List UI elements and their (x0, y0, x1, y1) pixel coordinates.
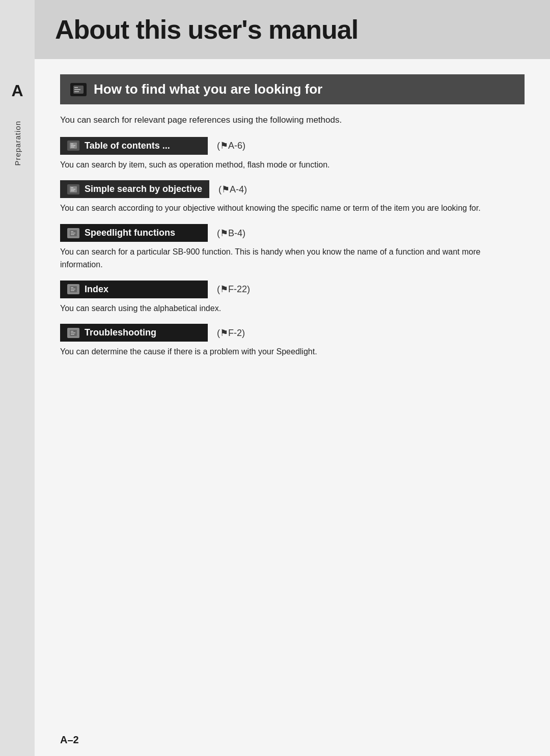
item-page-ref-table-of-contents: (⚑A-6) (217, 140, 245, 151)
page-title: About this user's manual (55, 14, 530, 45)
main-content: About this user's manual How to find wha… (35, 0, 550, 756)
sidebar: A Preparation (0, 0, 35, 756)
svg-rect-22 (71, 332, 75, 333)
item-title-index: Index (85, 284, 108, 295)
svg-rect-10 (71, 189, 75, 190)
svg-rect-1 (74, 87, 78, 88)
item-title-speedlight: Speedlight functions (85, 228, 175, 238)
bookmark-icon (67, 184, 79, 194)
page-title-bar: About this user's manual (35, 0, 550, 59)
list-item: Speedlight functions (⚑B-4) You can sear… (60, 224, 525, 271)
content-area: How to find what you are looking for You… (35, 59, 550, 724)
bookmark-icon (67, 228, 79, 238)
item-label-bar-speedlight: Speedlight functions (60, 224, 208, 242)
svg-rect-18 (71, 289, 75, 290)
item-label-bar-troubleshooting: Troubleshooting (60, 324, 208, 342)
list-item: Index (⚑F-22) You can search using the a… (60, 281, 525, 315)
svg-rect-17 (71, 287, 73, 288)
how-to-find-bar: How to find what you are looking for (60, 74, 525, 104)
svg-rect-9 (71, 187, 73, 188)
svg-rect-2 (74, 89, 80, 90)
svg-rect-6 (71, 145, 75, 146)
item-description-speedlight: You can search for a particular SB-900 f… (60, 246, 525, 271)
item-page-ref-speedlight: (⚑B-4) (217, 228, 245, 239)
svg-rect-19 (71, 290, 74, 291)
item-page-ref-index: (⚑F-22) (217, 284, 250, 295)
sidebar-label: Preparation (13, 121, 22, 166)
item-description-simple-search: You can search according to your objecti… (60, 202, 525, 215)
item-label-bar-index: Index (60, 281, 208, 298)
list-item: Table of contents ... (⚑A-6) You can sea… (60, 137, 525, 172)
intro-text: You can search for relevant page referen… (60, 114, 525, 127)
bookmark-icon (67, 284, 79, 294)
item-title-troubleshooting: Troubleshooting (85, 327, 156, 338)
item-header-row: Speedlight functions (⚑B-4) (60, 224, 525, 242)
item-description-index: You can search using the alphabetical in… (60, 302, 525, 315)
svg-rect-7 (71, 147, 74, 148)
sidebar-letter: A (11, 81, 23, 100)
how-to-find-title: How to find what you are looking for (94, 81, 322, 97)
list-item: Simple search by objective (⚑A-4) You ca… (60, 180, 525, 215)
svg-rect-5 (71, 144, 73, 145)
item-label-bar-simple-search: Simple search by objective (60, 180, 209, 198)
item-header-row: Simple search by objective (⚑A-4) (60, 180, 525, 198)
item-header-row: Table of contents ... (⚑A-6) (60, 137, 525, 155)
how-to-find-icon (70, 83, 87, 96)
bookmark-icon (67, 328, 79, 338)
svg-rect-11 (71, 190, 74, 191)
svg-rect-23 (71, 334, 74, 335)
item-page-ref-simple-search: (⚑A-4) (218, 184, 247, 195)
item-description-table-of-contents: You can search by item, such as operatio… (60, 159, 525, 172)
svg-rect-14 (71, 233, 75, 234)
item-title-table-of-contents: Table of contents ... (85, 141, 170, 151)
item-header-row: Troubleshooting (⚑F-2) (60, 324, 525, 342)
item-header-row: Index (⚑F-22) (60, 281, 525, 298)
item-description-troubleshooting: You can determine the cause if there is … (60, 346, 525, 358)
item-label-bar-table-of-contents: Table of contents ... (60, 137, 208, 155)
svg-rect-21 (71, 331, 73, 332)
item-title-simple-search: Simple search by objective (85, 184, 202, 194)
list-item: Troubleshooting (⚑F-2) You can determine… (60, 324, 525, 358)
page-number: A–2 (35, 724, 550, 756)
bookmark-icon (67, 141, 79, 151)
svg-rect-15 (71, 234, 74, 235)
item-page-ref-troubleshooting: (⚑F-2) (217, 327, 245, 339)
svg-rect-3 (74, 91, 79, 92)
svg-rect-13 (71, 231, 73, 232)
